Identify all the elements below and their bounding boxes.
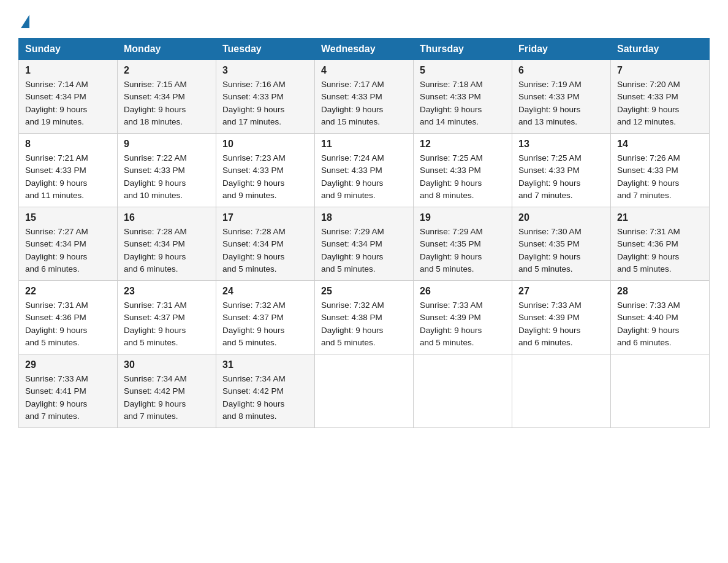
calendar-cell [315,354,414,428]
calendar-cell: 28 Sunrise: 7:33 AMSunset: 4:40 PMDaylig… [611,281,710,354]
calendar-header: SundayMondayTuesdayWednesdayThursdayFrid… [19,39,710,60]
calendar-week-row: 29 Sunrise: 7:33 AMSunset: 4:41 PMDaylig… [19,354,710,428]
day-number: 11 [321,139,407,150]
day-number: 12 [420,139,506,150]
day-info: Sunrise: 7:18 AMSunset: 4:33 PMDaylight:… [420,80,483,126]
calendar-week-row: 15 Sunrise: 7:27 AMSunset: 4:34 PMDaylig… [19,207,710,281]
calendar-cell: 16 Sunrise: 7:28 AMSunset: 4:34 PMDaylig… [118,207,216,281]
day-header-thursday: Thursday [414,39,512,60]
day-info: Sunrise: 7:28 AMSunset: 4:34 PMDaylight:… [222,227,286,274]
calendar-cell: 10 Sunrise: 7:23 AMSunset: 4:33 PMDaylig… [216,134,315,207]
day-number: 6 [518,65,604,76]
calendar-cell: 24 Sunrise: 7:32 AMSunset: 4:37 PMDaylig… [216,281,315,354]
day-number: 20 [518,212,604,223]
day-number: 2 [124,65,210,76]
day-number: 3 [222,65,308,76]
calendar-week-row: 1 Sunrise: 7:14 AMSunset: 4:34 PMDayligh… [19,60,710,134]
calendar-week-row: 22 Sunrise: 7:31 AMSunset: 4:36 PMDaylig… [19,281,710,354]
day-header-sunday: Sunday [19,39,118,60]
day-number: 1 [25,65,111,76]
calendar-cell: 20 Sunrise: 7:30 AMSunset: 4:35 PMDaylig… [512,207,611,281]
calendar-cell: 1 Sunrise: 7:14 AMSunset: 4:34 PMDayligh… [19,60,118,134]
logo-triangle-icon [21,15,29,28]
calendar-cell: 9 Sunrise: 7:22 AMSunset: 4:33 PMDayligh… [118,134,216,207]
calendar-cell: 26 Sunrise: 7:33 AMSunset: 4:39 PMDaylig… [414,281,512,354]
calendar-cell: 29 Sunrise: 7:33 AMSunset: 4:41 PMDaylig… [19,354,118,428]
day-info: Sunrise: 7:21 AMSunset: 4:33 PMDaylight:… [25,153,88,200]
day-number: 18 [321,212,407,223]
day-number: 30 [124,359,210,370]
day-info: Sunrise: 7:30 AMSunset: 4:35 PMDaylight:… [518,227,582,274]
day-number: 22 [25,286,111,297]
day-info: Sunrise: 7:33 AMSunset: 4:41 PMDaylight:… [25,374,88,421]
calendar-cell: 31 Sunrise: 7:34 AMSunset: 4:42 PMDaylig… [216,354,315,428]
calendar-cell: 30 Sunrise: 7:34 AMSunset: 4:42 PMDaylig… [118,354,216,428]
day-info: Sunrise: 7:15 AMSunset: 4:34 PMDaylight:… [124,80,187,126]
day-number: 28 [617,286,703,297]
day-number: 10 [222,139,308,150]
day-info: Sunrise: 7:29 AMSunset: 4:34 PMDaylight:… [321,227,384,274]
day-info: Sunrise: 7:32 AMSunset: 4:38 PMDaylight:… [321,301,384,347]
calendar-cell: 5 Sunrise: 7:18 AMSunset: 4:33 PMDayligh… [414,60,512,134]
day-info: Sunrise: 7:17 AMSunset: 4:33 PMDaylight:… [321,80,384,126]
day-number: 4 [321,65,407,76]
day-info: Sunrise: 7:29 AMSunset: 4:35 PMDaylight:… [420,227,483,274]
calendar-cell: 2 Sunrise: 7:15 AMSunset: 4:34 PMDayligh… [118,60,216,134]
day-info: Sunrise: 7:31 AMSunset: 4:36 PMDaylight:… [25,301,88,347]
day-info: Sunrise: 7:24 AMSunset: 4:33 PMDaylight:… [321,153,384,200]
calendar-cell: 18 Sunrise: 7:29 AMSunset: 4:34 PMDaylig… [315,207,414,281]
calendar-cell: 27 Sunrise: 7:33 AMSunset: 4:39 PMDaylig… [512,281,611,354]
day-number: 13 [518,139,604,150]
logo [18,12,29,26]
day-number: 19 [420,212,506,223]
day-info: Sunrise: 7:28 AMSunset: 4:34 PMDaylight:… [124,227,187,274]
day-number: 17 [222,212,308,223]
day-header-monday: Monday [118,39,216,60]
day-number: 26 [420,286,506,297]
calendar-cell: 13 Sunrise: 7:25 AMSunset: 4:33 PMDaylig… [512,134,611,207]
calendar-cell: 15 Sunrise: 7:27 AMSunset: 4:34 PMDaylig… [19,207,118,281]
day-header-friday: Friday [512,39,611,60]
calendar-cell: 14 Sunrise: 7:26 AMSunset: 4:33 PMDaylig… [611,134,710,207]
day-info: Sunrise: 7:32 AMSunset: 4:37 PMDaylight:… [222,301,286,347]
calendar-cell: 19 Sunrise: 7:29 AMSunset: 4:35 PMDaylig… [414,207,512,281]
day-number: 7 [617,65,703,76]
day-info: Sunrise: 7:26 AMSunset: 4:33 PMDaylight:… [617,153,680,200]
day-number: 27 [518,286,604,297]
day-number: 31 [222,359,308,370]
day-number: 14 [617,139,703,150]
calendar-cell [611,354,710,428]
calendar-cell [414,354,512,428]
day-number: 21 [617,212,703,223]
day-info: Sunrise: 7:27 AMSunset: 4:34 PMDaylight:… [25,227,88,274]
day-number: 16 [124,212,210,223]
calendar-cell: 8 Sunrise: 7:21 AMSunset: 4:33 PMDayligh… [19,134,118,207]
day-number: 29 [25,359,111,370]
day-number: 9 [124,139,210,150]
calendar-cell: 21 Sunrise: 7:31 AMSunset: 4:36 PMDaylig… [611,207,710,281]
day-info: Sunrise: 7:34 AMSunset: 4:42 PMDaylight:… [124,374,187,421]
calendar-body: 1 Sunrise: 7:14 AMSunset: 4:34 PMDayligh… [19,60,710,428]
calendar-cell: 4 Sunrise: 7:17 AMSunset: 4:33 PMDayligh… [315,60,414,134]
day-info: Sunrise: 7:16 AMSunset: 4:33 PMDaylight:… [222,80,286,126]
day-info: Sunrise: 7:19 AMSunset: 4:33 PMDaylight:… [518,80,582,126]
day-info: Sunrise: 7:33 AMSunset: 4:39 PMDaylight:… [420,301,483,347]
calendar-cell: 11 Sunrise: 7:24 AMSunset: 4:33 PMDaylig… [315,134,414,207]
day-number: 25 [321,286,407,297]
day-header-tuesday: Tuesday [216,39,315,60]
calendar-cell: 7 Sunrise: 7:20 AMSunset: 4:33 PMDayligh… [611,60,710,134]
day-header-wednesday: Wednesday [315,39,414,60]
page-header [18,12,710,26]
day-info: Sunrise: 7:22 AMSunset: 4:33 PMDaylight:… [124,153,187,200]
calendar-cell: 22 Sunrise: 7:31 AMSunset: 4:36 PMDaylig… [19,281,118,354]
day-info: Sunrise: 7:31 AMSunset: 4:37 PMDaylight:… [124,301,187,347]
day-info: Sunrise: 7:23 AMSunset: 4:33 PMDaylight:… [222,153,286,200]
day-number: 15 [25,212,111,223]
day-number: 24 [222,286,308,297]
day-info: Sunrise: 7:34 AMSunset: 4:42 PMDaylight:… [222,374,286,421]
calendar-week-row: 8 Sunrise: 7:21 AMSunset: 4:33 PMDayligh… [19,134,710,207]
calendar-table: SundayMondayTuesdayWednesdayThursdayFrid… [18,38,710,428]
day-info: Sunrise: 7:33 AMSunset: 4:40 PMDaylight:… [617,301,680,347]
calendar-cell: 3 Sunrise: 7:16 AMSunset: 4:33 PMDayligh… [216,60,315,134]
day-number: 5 [420,65,506,76]
